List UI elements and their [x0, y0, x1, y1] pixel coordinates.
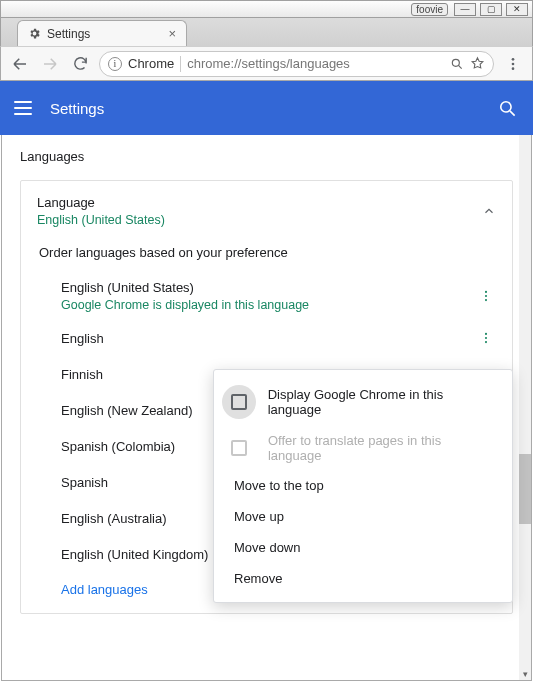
language-note: Google Chrome is displayed in this langu…: [61, 298, 476, 312]
menu-remove[interactable]: Remove: [214, 563, 512, 594]
window-close-button[interactable]: ✕: [506, 3, 528, 16]
svg-point-7: [485, 299, 487, 301]
chevron-up-icon: [482, 204, 496, 218]
svg-point-3: [512, 67, 515, 70]
menu-move-up[interactable]: Move up: [214, 501, 512, 532]
svg-point-5: [485, 291, 487, 293]
tab-title: Settings: [47, 27, 90, 41]
language-title: Language: [37, 195, 482, 210]
address-bar[interactable]: i Chrome chrome://settings/languages: [99, 51, 494, 77]
browser-tab-settings[interactable]: Settings ×: [17, 20, 187, 46]
language-card-header[interactable]: Language English (United States): [37, 195, 496, 227]
window-minimize-button[interactable]: —: [454, 3, 476, 16]
language-name: English (United States): [61, 280, 476, 295]
menu-icon[interactable]: [14, 101, 32, 115]
address-scheme: Chrome: [128, 56, 174, 71]
language-options-menu: Display Google Chrome in this language O…: [213, 369, 513, 603]
checkbox-icon: [231, 440, 247, 456]
menu-display-in-language[interactable]: Display Google Chrome in this language: [214, 378, 512, 426]
forward-button[interactable]: [39, 53, 61, 75]
menu-move-top[interactable]: Move to the top: [214, 470, 512, 501]
site-info-icon[interactable]: i: [108, 57, 122, 71]
svg-point-2: [512, 62, 515, 65]
gear-icon: [28, 27, 41, 40]
menu-offer-translate: Offer to translate pages in this languag…: [214, 426, 512, 470]
back-button[interactable]: [9, 53, 31, 75]
svg-point-4: [501, 101, 511, 111]
menu-move-down[interactable]: Move down: [214, 532, 512, 563]
browser-menu-button[interactable]: [502, 53, 524, 75]
search-icon[interactable]: [450, 57, 464, 71]
checkbox-icon[interactable]: [231, 394, 247, 410]
window-maximize-button[interactable]: ▢: [480, 3, 502, 16]
language-current: English (United States): [37, 213, 482, 227]
checkbox-focus-ring: [222, 385, 256, 419]
svg-point-6: [485, 295, 487, 297]
settings-title: Settings: [50, 100, 498, 117]
browser-tabstrip: Settings ×: [0, 18, 533, 46]
language-row: English (United States)Google Chrome is …: [37, 272, 496, 320]
language-options-button[interactable]: [476, 331, 496, 345]
svg-point-0: [452, 59, 459, 66]
language-options-button[interactable]: [476, 289, 496, 303]
language-name: English: [61, 331, 476, 346]
svg-point-9: [485, 337, 487, 339]
svg-point-1: [512, 58, 515, 61]
language-row: English: [37, 320, 496, 356]
browser-toolbar: i Chrome chrome://settings/languages: [0, 46, 533, 81]
menu-label: Offer to translate pages in this languag…: [268, 433, 498, 463]
svg-point-8: [485, 333, 487, 335]
address-separator: [180, 56, 181, 72]
settings-header: Settings: [0, 81, 533, 135]
settings-search-button[interactable]: [498, 99, 517, 118]
titlebar-badge: foovie: [411, 3, 448, 16]
bookmark-star-icon[interactable]: [470, 56, 485, 71]
window-titlebar: foovie — ▢ ✕: [0, 0, 533, 18]
tab-close-icon[interactable]: ×: [168, 26, 176, 41]
section-heading-languages: Languages: [20, 149, 513, 164]
svg-point-10: [485, 341, 487, 343]
menu-label: Display Google Chrome in this language: [268, 387, 498, 417]
reload-button[interactable]: [69, 53, 91, 75]
order-note: Order languages based on your preference: [39, 245, 496, 260]
address-url: chrome://settings/languages: [187, 56, 444, 71]
